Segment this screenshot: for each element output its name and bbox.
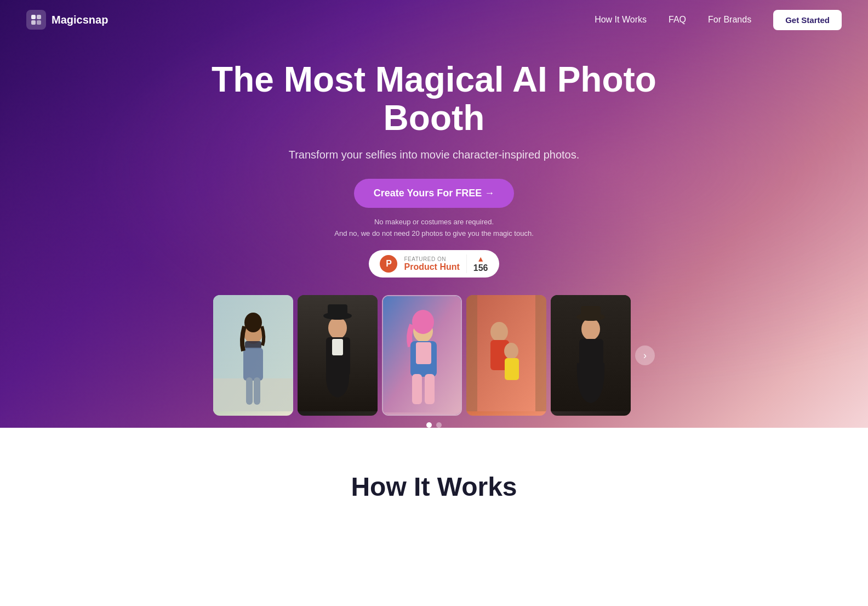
svg-rect-23 xyxy=(412,374,422,404)
svg-rect-36 xyxy=(579,339,603,366)
hero-note: No makeup or costumes are required. And … xyxy=(334,217,534,240)
nav-how-it-works[interactable]: How It Works xyxy=(595,15,647,25)
svg-rect-35 xyxy=(581,306,601,319)
svg-rect-0 xyxy=(31,15,36,19)
product-hunt-arrow-icon: ▲ xyxy=(477,254,484,263)
product-hunt-text: FEATURED ON Product Hunt xyxy=(404,256,459,272)
gallery-dots xyxy=(426,422,442,428)
hero-title: The Most Magical AI Photo Booth xyxy=(187,60,681,138)
nav-links: How It Works FAQ For Brands Get Started xyxy=(595,10,842,30)
svg-point-33 xyxy=(581,318,600,340)
gallery-next-button[interactable]: › xyxy=(635,346,655,365)
gallery-item-2 xyxy=(298,295,378,416)
svg-rect-2 xyxy=(31,20,36,25)
gallery-item-5 xyxy=(551,295,631,416)
gallery-dot-2[interactable] xyxy=(436,422,442,428)
product-hunt-name: Product Hunt xyxy=(404,262,459,272)
svg-point-13 xyxy=(328,317,347,339)
logo-icon xyxy=(26,10,46,30)
svg-rect-30 xyxy=(466,295,477,411)
svg-rect-5 xyxy=(213,378,293,411)
svg-rect-8 xyxy=(243,348,263,381)
product-hunt-featured-label: FEATURED ON xyxy=(404,256,459,262)
svg-point-20 xyxy=(412,310,434,334)
svg-rect-22 xyxy=(416,342,431,364)
product-hunt-badge[interactable]: P FEATURED ON Product Hunt ▲ 156 xyxy=(369,250,499,277)
how-it-works-title: How It Works xyxy=(351,472,517,502)
svg-rect-15 xyxy=(328,304,347,318)
svg-rect-24 xyxy=(425,374,435,404)
svg-point-11 xyxy=(244,313,262,332)
gallery-item-3 xyxy=(382,295,462,416)
svg-point-26 xyxy=(490,322,508,342)
svg-rect-9 xyxy=(246,377,253,405)
gallery-item-1 xyxy=(213,295,293,416)
svg-rect-1 xyxy=(37,15,41,19)
gallery: › xyxy=(191,295,677,416)
gallery-dot-1[interactable] xyxy=(426,422,432,428)
nav-for-brands[interactable]: For Brands xyxy=(708,15,751,25)
svg-rect-10 xyxy=(254,377,260,405)
cta-button[interactable]: Create Yours For FREE → xyxy=(354,179,514,208)
svg-rect-29 xyxy=(505,358,519,380)
gallery-item-4 xyxy=(466,295,546,416)
brand-name: Magicsnap xyxy=(52,14,108,26)
nav-faq[interactable]: FAQ xyxy=(669,15,686,25)
svg-rect-31 xyxy=(535,295,546,411)
logo[interactable]: Magicsnap xyxy=(26,10,108,30)
product-hunt-logo: P xyxy=(380,255,397,273)
hero-subtitle: Transform your selfies into movie charac… xyxy=(289,149,580,161)
get-started-button[interactable]: Get Started xyxy=(773,10,842,30)
svg-rect-7 xyxy=(245,341,261,349)
svg-rect-17 xyxy=(332,339,343,355)
svg-rect-3 xyxy=(37,20,41,25)
product-hunt-number: 156 xyxy=(473,263,488,273)
hero-note-line1: No makeup or costumes are required. xyxy=(374,218,494,226)
hero-note-line2: And no, we do not need 20 photos to give… xyxy=(334,229,534,237)
how-it-works-section: How It Works xyxy=(0,428,868,546)
hero-section: The Most Magical AI Photo Booth Transfor… xyxy=(0,0,868,428)
svg-point-28 xyxy=(504,343,518,359)
navbar: Magicsnap How It Works FAQ For Brands Ge… xyxy=(0,0,868,39)
product-hunt-count: ▲ 156 xyxy=(466,254,488,273)
